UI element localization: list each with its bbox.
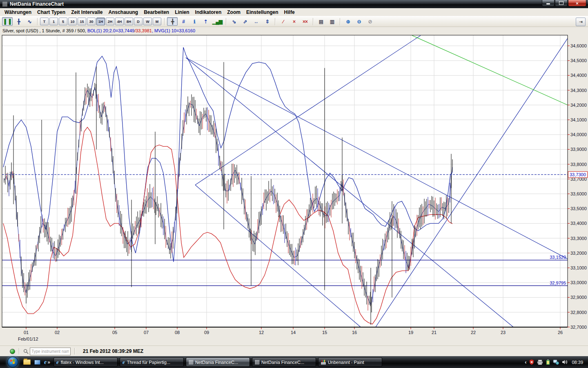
- trendline-up-icon: ⇗: [243, 19, 247, 25]
- ohlc-chart-button[interactable]: ╊: [13, 17, 24, 26]
- svg-text:15: 15: [322, 330, 327, 335]
- svg-text:26: 26: [558, 330, 563, 335]
- svg-text:05: 05: [112, 330, 117, 335]
- trend-channel-button[interactable]: ↔: [251, 17, 261, 26]
- menu-item-chart-typen[interactable]: Chart Typen: [34, 9, 68, 16]
- taskbar-button-4[interactable]: Unbenannt - Paint: [318, 357, 382, 367]
- ie-icon: e: [56, 359, 59, 366]
- menu-item-einstellungen[interactable]: Einstellungen: [243, 9, 281, 16]
- divider: [74, 348, 75, 355]
- security-shield-icon[interactable]: [529, 359, 534, 365]
- zoom-reset-button[interactable]: ⊘: [365, 17, 375, 26]
- svg-text:12: 12: [259, 330, 264, 335]
- current-price-label: 33,7300: [570, 172, 586, 177]
- taskbar-button-3[interactable]: NetDania FinanceC...: [252, 357, 316, 367]
- svg-text:33,3000: 33,3000: [570, 236, 587, 241]
- tray-expand-chevron[interactable]: ‹: [525, 359, 526, 365]
- volume-button[interactable]: ▁▄▆: [211, 17, 223, 26]
- divider: [226, 18, 227, 25]
- menu-item-anschauung[interactable]: Anschauung: [106, 9, 141, 16]
- start-button[interactable]: [7, 357, 18, 368]
- svg-text:21: 21: [432, 330, 437, 335]
- menu-item-w-hrungen[interactable]: Währungen: [2, 9, 34, 16]
- bollinger-lower-value: /33,3981: [134, 28, 152, 33]
- svg-text:34,3000: 34,3000: [570, 88, 587, 93]
- svg-text:16: 16: [352, 330, 357, 335]
- network-icon[interactable]: [553, 359, 559, 365]
- fibonacci-icon: ⇕: [265, 19, 269, 25]
- support-level-label: 32,9795: [550, 280, 566, 285]
- interval-button-30[interactable]: 30: [87, 18, 96, 25]
- task-buttons: eflatex - Windows Int...eThread für Papi…: [53, 357, 384, 367]
- show-desktop-icon[interactable]: [34, 360, 40, 365]
- menu-item-linien[interactable]: Linien: [172, 9, 192, 16]
- folder-icon[interactable]: [23, 359, 31, 365]
- delete-all-lines-button[interactable]: ××: [300, 17, 310, 26]
- interval-button-4h[interactable]: 4H: [115, 18, 124, 25]
- app-window: NetDania FinanceChart × WährungenChart T…: [0, 0, 588, 356]
- taskbar-button-0[interactable]: eflatex - Windows Int...: [53, 357, 118, 367]
- internet-explorer-icon[interactable]: e: [44, 360, 47, 365]
- interval-button-1h[interactable]: 1H: [96, 18, 105, 25]
- svg-text:34,4000: 34,4000: [570, 73, 587, 78]
- fibonacci-button[interactable]: ⇕: [262, 17, 272, 26]
- clock-timestamp: 21 Feb 2012 08:39:29 MEZ: [83, 348, 143, 354]
- trendline-up-button[interactable]: ⇗: [240, 17, 250, 26]
- delete-line-button[interactable]: ×: [289, 17, 299, 26]
- delete-line-icon: ×: [293, 19, 295, 25]
- taskbar-button-label: Unbenannt - Paint: [328, 360, 364, 365]
- candlestick-chart-icon: ▌▐: [4, 19, 10, 25]
- erase-line-button[interactable]: ∕: [278, 17, 288, 26]
- svg-text:34,0000: 34,0000: [570, 132, 587, 137]
- interval-button-5[interactable]: 5: [59, 18, 67, 25]
- svg-text:07: 07: [144, 330, 149, 335]
- svg-text:33,2000: 33,2000: [570, 251, 587, 256]
- trendline-button[interactable]: ⇘: [229, 17, 239, 26]
- taskbar-button-2[interactable]: NetDania FinanceC...: [186, 357, 250, 367]
- taskbar-button-label: NetDania FinanceC...: [195, 360, 238, 365]
- paint-icon: [321, 360, 326, 365]
- crosshair-button[interactable]: ╋: [167, 17, 178, 26]
- close-button[interactable]: ×: [568, 0, 586, 7]
- interval-button-t[interactable]: T: [40, 18, 49, 25]
- zoom-out-button[interactable]: ⊖: [354, 17, 364, 26]
- interval-button-2h[interactable]: 2H: [106, 18, 114, 25]
- maximize-button[interactable]: [555, 0, 568, 7]
- line-chart-button[interactable]: ∿: [24, 17, 35, 26]
- minimize-button[interactable]: [542, 0, 555, 7]
- price-marker-button[interactable]: ⇡: [200, 17, 211, 26]
- printer-icon[interactable]: [537, 360, 543, 365]
- battery-icon[interactable]: [546, 359, 550, 365]
- interval-button-10[interactable]: 10: [68, 18, 77, 25]
- menu-item-bearbeiten[interactable]: Bearbeiten: [141, 9, 172, 16]
- titlebar[interactable]: NetDania FinanceChart ×: [0, 0, 588, 8]
- dock-pin-button[interactable]: ⇥: [576, 18, 586, 26]
- menu-item-hilfe[interactable]: Hilfe: [281, 9, 298, 16]
- print-preview-button[interactable]: ▥: [327, 17, 337, 26]
- divider: [37, 18, 38, 25]
- menu-item-zeit-intervalle[interactable]: Zeit Intervalle: [68, 9, 105, 16]
- grid-button[interactable]: #: [178, 17, 189, 26]
- svg-text:01: 01: [24, 330, 29, 335]
- divider: [313, 18, 314, 25]
- interval-button-15[interactable]: 15: [78, 18, 86, 25]
- menu-item-indikatoren[interactable]: Indikatoren: [192, 9, 225, 16]
- info-button[interactable]: ℹ: [189, 17, 200, 26]
- instrument-search-input[interactable]: [30, 348, 71, 355]
- interval-button-m[interactable]: M: [153, 18, 161, 25]
- mvg-label: , MVG(1) 10=33,6160: [152, 28, 195, 33]
- svg-text:33,4000: 33,4000: [570, 221, 587, 226]
- candlestick-chart-button[interactable]: ▌▐: [2, 17, 13, 26]
- svg-text:19: 19: [408, 330, 413, 335]
- chart-canvas[interactable]: 34,600034,500034,400034,300034,200034,10…: [0, 33, 588, 346]
- interval-button-1[interactable]: 1: [49, 18, 58, 25]
- menu-item-zoom[interactable]: Zoom: [224, 9, 243, 16]
- interval-button-8h[interactable]: 8H: [125, 18, 133, 25]
- taskbar-button-1[interactable]: eThread für Papiertig...: [120, 357, 184, 367]
- interval-button-d[interactable]: D: [134, 18, 143, 25]
- print-button[interactable]: ▤: [316, 17, 326, 26]
- interval-button-w[interactable]: W: [143, 18, 152, 25]
- volume-icon[interactable]: [562, 359, 568, 365]
- toolbar-overflow-chevron[interactable]: »: [47, 359, 50, 365]
- zoom-in-button[interactable]: ⊕: [343, 17, 353, 26]
